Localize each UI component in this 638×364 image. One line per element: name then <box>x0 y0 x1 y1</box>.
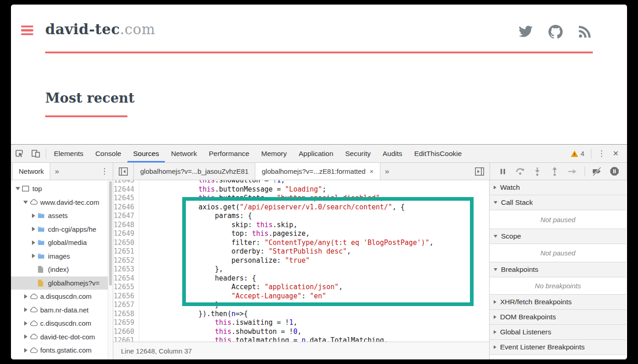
drawer-more-tabs-icon[interactable]: » <box>50 163 63 180</box>
more-options-icon[interactable]: ⋮ <box>593 149 610 158</box>
twitter-icon[interactable] <box>518 26 533 40</box>
close-devtools-icon[interactable]: ✕ <box>610 149 624 158</box>
pause-script-icon[interactable] <box>496 165 510 178</box>
code-line-12646[interactable]: 12646 axios.get("/api/episerver/v1.0/sea… <box>113 203 489 212</box>
site-logo[interactable]: david-tec.com <box>45 21 155 37</box>
tab-sources[interactable]: Sources <box>127 145 165 162</box>
expander-right-icon[interactable] <box>30 254 37 258</box>
line-number[interactable]: 12658 <box>113 310 134 319</box>
file-tab-1[interactable]: globalhomejs?v=...zE81:formatted× <box>255 163 380 180</box>
tabs-overflow-icon[interactable]: » <box>380 163 394 180</box>
tab-console[interactable]: Console <box>90 145 127 162</box>
line-number[interactable]: 12649 <box>113 229 134 239</box>
code-line-12660[interactable]: 12660 this.showbutton = !0, <box>113 328 489 337</box>
section-breakpoints[interactable]: Breakpoints <box>490 262 626 277</box>
tree-item-david-tec-dot-com[interactable]: david-tec-dot-com <box>11 330 113 344</box>
tree-item-top[interactable]: top <box>11 182 113 196</box>
tree-item-bam-nr-data-net[interactable]: bam.nr-data.net <box>11 303 113 317</box>
line-number[interactable]: 12655 <box>113 283 134 292</box>
tab-application[interactable]: Application <box>293 145 339 162</box>
code-line-12649[interactable]: 12649 top: this.pagesize, <box>113 229 489 239</box>
pause-on-exceptions-icon[interactable] <box>607 165 622 178</box>
rss-icon[interactable] <box>578 25 591 40</box>
github-icon[interactable] <box>548 25 563 41</box>
line-number[interactable]: 12660 <box>113 328 134 337</box>
code-line-12658[interactable]: 12658 }).then(n=>{ <box>113 310 489 319</box>
code-line-12653[interactable]: 12653 }, <box>113 265 489 274</box>
line-number[interactable]: 12654 <box>113 274 134 283</box>
tree-item-a-disquscdn-com[interactable]: a.disquscdn.com <box>11 290 113 303</box>
section-watch[interactable]: Watch <box>490 180 626 195</box>
tab-elements[interactable]: Elements <box>48 145 90 162</box>
section-global-listeners[interactable]: Global Listeners <box>490 325 626 340</box>
line-number[interactable]: 12643 <box>113 180 134 185</box>
line-number[interactable]: 12657 <box>113 301 134 310</box>
line-number[interactable]: 12656 <box>113 292 134 301</box>
step-out-icon[interactable] <box>548 165 562 178</box>
code-line-12655[interactable]: 12655 Accept: "application/json", <box>113 283 489 292</box>
step-into-icon[interactable] <box>530 165 544 178</box>
scrollbar-thumb[interactable] <box>109 181 112 286</box>
line-number[interactable]: 12652 <box>113 256 134 265</box>
tree-item--index-[interactable]: (index) <box>11 263 113 276</box>
navigator-scrollbar[interactable] <box>108 180 113 359</box>
line-number[interactable]: 12647 <box>113 212 134 221</box>
expander-down-icon[interactable] <box>22 201 29 204</box>
tree-item-c-disquscdn-com[interactable]: c.disquscdn.com <box>11 317 113 330</box>
tree-item-www-david-tec-com[interactable]: www.david-tec.com <box>11 196 113 209</box>
step-over-icon[interactable] <box>513 165 527 178</box>
line-number[interactable]: 12651 <box>113 247 134 256</box>
code-line-12647[interactable]: 12647 params: { <box>113 212 489 221</box>
code-line-12654[interactable]: 12654 headers: { <box>113 274 489 283</box>
code-line-12659[interactable]: 12659 this.iswaiting = !1, <box>113 318 489 328</box>
console-warning-badge[interactable]: ! 4 <box>566 150 589 157</box>
code-line-12657[interactable]: 12657 } <box>113 301 489 310</box>
code-line-12648[interactable]: 12648 skip: this.skip, <box>113 221 489 230</box>
code-line-12644[interactable]: 12644 this.buttonMessage = "Loading"; <box>113 185 489 194</box>
expander-right-icon[interactable] <box>22 307 29 312</box>
expander-right-icon[interactable] <box>22 334 29 339</box>
menu-icon[interactable] <box>21 26 33 35</box>
tree-item-global-media[interactable]: global/media <box>11 236 113 250</box>
tree-item-assets[interactable]: assets <box>11 209 113 223</box>
file-tab-0[interactable]: globalhomejs?v=...b_jasouZvhzE81 <box>133 163 255 180</box>
expander-right-icon[interactable] <box>30 227 37 231</box>
expander-right-icon[interactable] <box>30 213 37 218</box>
line-number[interactable]: 12648 <box>113 221 134 230</box>
drawer-menu-icon[interactable]: ⋮ <box>96 163 113 180</box>
device-toolbar-icon[interactable] <box>27 145 44 162</box>
section-dom-breakpoints[interactable]: DOM Breakpoints <box>490 310 626 325</box>
line-number[interactable]: 12646 <box>113 203 134 212</box>
tree-item-cdn-cgi-apps-he[interactable]: cdn-cgi/apps/he <box>11 223 113 236</box>
line-number[interactable]: 12650 <box>113 239 134 248</box>
tab-audits[interactable]: Audits <box>377 145 408 162</box>
expander-right-icon[interactable] <box>22 294 29 299</box>
section-call-stack[interactable]: Call Stack <box>490 195 626 210</box>
tree-item-globalhomejs-v-[interactable]: globalhomejs?v= <box>11 276 113 290</box>
tab-performance[interactable]: Performance <box>203 145 255 162</box>
tree-item-images[interactable]: images <box>11 250 113 263</box>
line-number[interactable]: 12644 <box>113 185 134 194</box>
tab-editthiscookie[interactable]: EditThisCookie <box>408 145 468 162</box>
line-number[interactable]: 12661 <box>113 336 134 342</box>
tab-memory[interactable]: Memory <box>255 145 293 162</box>
code-line-12643[interactable]: 12643 this.showbutton = !1; <box>113 180 489 185</box>
tab-network[interactable]: Network <box>165 145 203 162</box>
expander-down-icon[interactable] <box>14 187 21 190</box>
close-tab-icon[interactable]: × <box>369 168 373 175</box>
drawer-tab-network[interactable]: Network <box>12 163 50 180</box>
code-line-12645[interactable]: 12645 this.buttonState = "button special… <box>113 194 489 203</box>
code-line-12651[interactable]: 12651 orderby: "StartPublish desc", <box>113 247 489 256</box>
hide-navigator-icon[interactable] <box>113 163 133 180</box>
line-number[interactable]: 12659 <box>113 318 134 328</box>
show-debugger-icon[interactable] <box>469 163 490 180</box>
section-xhr-fetch-breakpoints[interactable]: XHR/fetch Breakpoints <box>490 295 626 310</box>
step-icon[interactable] <box>565 165 580 178</box>
expander-right-icon[interactable] <box>30 240 37 245</box>
tree-item-fonts-gstatic-com[interactable]: fonts.gstatic.com <box>11 343 113 357</box>
code-line-12656[interactable]: 12656 "Accept-Language": "en" <box>113 292 489 301</box>
tab-security[interactable]: Security <box>339 145 377 162</box>
inspect-element-icon[interactable] <box>11 145 27 162</box>
code-line-12650[interactable]: 12650 filter: "ContentType/any(t:t eq 'B… <box>113 239 489 248</box>
section-event-listener-breakpoints[interactable]: Event Listener Breakpoints <box>490 340 626 355</box>
